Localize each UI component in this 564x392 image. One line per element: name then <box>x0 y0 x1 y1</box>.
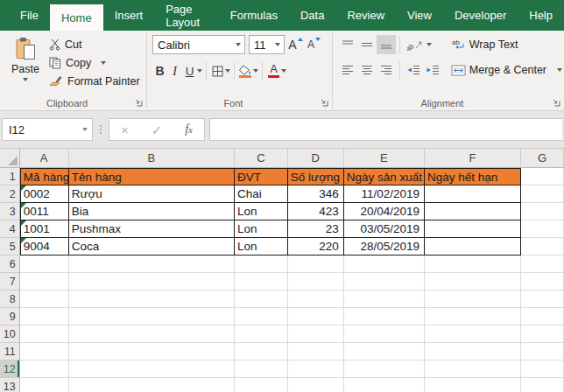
cell-c6[interactable] <box>235 256 288 273</box>
cell-e11[interactable] <box>344 343 425 360</box>
cell-f8[interactable] <box>425 290 521 308</box>
cell-d6[interactable] <box>288 256 344 273</box>
cell-f6[interactable] <box>425 256 521 273</box>
cell-e2[interactable]: 11/02/2019 <box>344 186 425 203</box>
cell-d5[interactable]: 220 <box>288 238 344 256</box>
column-header-f[interactable]: F <box>425 149 521 168</box>
cell-b13[interactable] <box>69 378 235 392</box>
row-header-12[interactable]: 12 <box>0 360 20 378</box>
cell-e13[interactable] <box>344 378 425 392</box>
top-align-button[interactable] <box>338 35 357 54</box>
cell-f12[interactable] <box>425 360 521 378</box>
align-right-button[interactable] <box>377 60 396 80</box>
row-header-2[interactable]: 2 <box>0 186 20 203</box>
cell-e6[interactable] <box>344 256 425 273</box>
orientation-dropdown-icon[interactable] <box>427 43 432 46</box>
cell-b2[interactable]: Rượu <box>69 186 235 203</box>
italic-button[interactable]: I <box>167 61 182 80</box>
cell-a13[interactable] <box>20 378 69 392</box>
cell-g8[interactable] <box>521 290 564 308</box>
cell-f2[interactable] <box>425 186 521 203</box>
font-color-dropdown-icon[interactable] <box>281 69 286 73</box>
row-header-5[interactable]: 5 <box>0 238 20 256</box>
cell-f7[interactable] <box>425 273 521 290</box>
cell-c9[interactable] <box>235 308 288 326</box>
row-header-1[interactable]: 1 <box>0 168 20 186</box>
row-header-8[interactable]: 8 <box>0 290 20 308</box>
cell-b3[interactable]: Bia <box>69 203 235 220</box>
cell-b6[interactable] <box>69 256 235 273</box>
bold-button[interactable]: B <box>152 61 167 80</box>
row-header-3[interactable]: 3 <box>0 203 20 220</box>
bottom-align-button[interactable] <box>377 35 396 54</box>
cell-g12[interactable] <box>521 360 564 378</box>
merge-center-button[interactable]: Merge & Center <box>451 60 562 80</box>
copy-dropdown-icon[interactable] <box>101 61 106 65</box>
row-header-10[interactable]: 10 <box>0 326 20 343</box>
cancel-button[interactable]: × <box>121 123 129 136</box>
cell-f9[interactable] <box>425 308 521 326</box>
decrease-indent-button[interactable] <box>404 60 423 80</box>
paste-button[interactable]: Paste <box>5 35 46 96</box>
cell-b7[interactable] <box>69 273 235 290</box>
column-header-b[interactable]: B <box>69 149 235 168</box>
cell-e7[interactable] <box>344 273 425 290</box>
cell-e5[interactable]: 28/05/2019 <box>344 238 425 256</box>
align-left-button[interactable] <box>338 60 357 80</box>
cut-button[interactable]: Cut <box>49 35 140 53</box>
cell-a2[interactable]: 0002 <box>20 186 69 203</box>
cell-c1[interactable]: ĐVT <box>235 168 288 186</box>
name-box-dropdown-icon[interactable] <box>82 128 88 131</box>
cell-c5[interactable]: Lon <box>235 238 288 256</box>
alignment-dialog-launcher-icon[interactable] <box>551 97 561 108</box>
cell-f13[interactable] <box>425 378 521 392</box>
tab-insert[interactable]: Insert <box>103 0 155 31</box>
name-box[interactable]: I12 <box>2 118 93 141</box>
cell-d11[interactable] <box>288 343 344 360</box>
font-dialog-launcher-icon[interactable] <box>319 97 329 108</box>
cell-a11[interactable] <box>20 343 69 360</box>
cell-e8[interactable] <box>344 290 425 308</box>
cell-g13[interactable] <box>521 378 564 392</box>
column-header-e[interactable]: E <box>344 149 425 168</box>
cell-c3[interactable]: Lon <box>235 203 288 220</box>
cell-f10[interactable] <box>425 326 521 343</box>
font-name-select[interactable]: Calibri <box>152 35 245 54</box>
align-center-button[interactable] <box>357 60 377 80</box>
row-header-6[interactable]: 6 <box>0 256 20 273</box>
tab-review[interactable]: Review <box>335 0 396 31</box>
decrease-font-size-button[interactable]: A <box>307 35 321 54</box>
cell-c13[interactable] <box>235 378 288 392</box>
cell-a8[interactable] <box>20 290 69 308</box>
cell-a6[interactable] <box>20 256 69 273</box>
borders-dropdown-icon[interactable] <box>225 69 230 73</box>
cell-d4[interactable]: 23 <box>288 220 344 238</box>
cell-e1[interactable]: Ngày sản xuất <box>344 168 425 186</box>
select-all-corner[interactable] <box>0 149 20 168</box>
cell-a9[interactable] <box>20 308 69 326</box>
format-painter-button[interactable]: Format Painter <box>49 72 140 90</box>
row-header-9[interactable]: 9 <box>0 308 20 326</box>
cell-b9[interactable] <box>69 308 235 326</box>
cell-g4[interactable] <box>521 220 564 238</box>
cell-g10[interactable] <box>521 326 564 343</box>
tab-file[interactable]: File <box>9 0 50 31</box>
underline-button[interactable]: U <box>182 61 197 80</box>
middle-align-button[interactable] <box>357 35 377 54</box>
cell-d3[interactable]: 423 <box>288 203 344 220</box>
cell-d10[interactable] <box>288 326 344 343</box>
increase-font-size-button[interactable]: A <box>288 35 303 54</box>
cell-b1[interactable]: Tên hàng <box>69 168 235 186</box>
borders-button[interactable] <box>210 61 225 80</box>
cell-g5[interactable] <box>521 238 564 256</box>
cell-g11[interactable] <box>521 343 564 360</box>
tab-page-layout[interactable]: Page Layout <box>154 0 219 31</box>
cell-d12[interactable] <box>288 360 344 378</box>
formula-input[interactable] <box>209 118 562 141</box>
cell-f1[interactable]: Ngày hết hạn <box>425 168 521 186</box>
cell-b12[interactable] <box>69 360 235 378</box>
tab-view[interactable]: View <box>396 0 443 31</box>
font-color-button[interactable]: A <box>266 61 281 80</box>
cell-a12[interactable] <box>20 360 69 378</box>
cell-f4[interactable] <box>425 220 521 238</box>
